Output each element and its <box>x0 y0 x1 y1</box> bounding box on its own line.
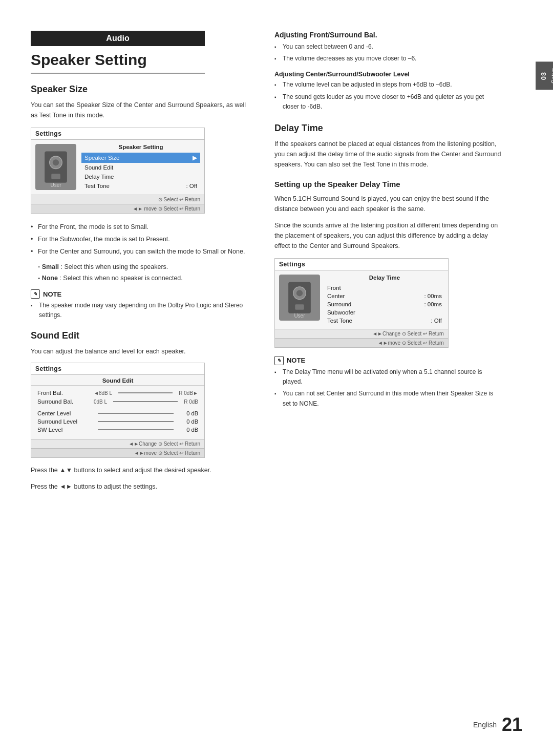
adj-center-item-1: The sound gets louder as you move closer… <box>274 92 502 112</box>
delay-label-subwoofer: Subwoofer <box>327 309 355 316</box>
sound-edit-body: You can adjust the balance and level for… <box>31 346 249 356</box>
svg-rect-7 <box>295 304 304 310</box>
delay-user-label: User <box>279 313 320 319</box>
surround-level-line <box>98 421 174 422</box>
delay-box-inner: User Delay Time Front Center : 00ms <box>275 270 448 329</box>
delay-label-surround: Surround <box>327 301 351 307</box>
surround-level-value: 0 dB <box>178 418 198 425</box>
page-title: Speaker Setting <box>31 51 205 74</box>
delay-box-top-label: Settings <box>275 259 448 270</box>
menu-item-value-0: ▶ <box>193 154 197 161</box>
delay-time-title: Delay Time <box>274 123 502 134</box>
adj-center-title: Adjusting Center/Surround/Subwoofer Leve… <box>274 71 502 78</box>
setup-delay-title: Setting up the Speaker Delay Time <box>274 180 502 188</box>
english-label: English <box>473 721 497 729</box>
surround-bal-slider[interactable] <box>113 401 178 402</box>
note-label-1: NOTE <box>43 290 61 298</box>
svg-point-6 <box>296 290 303 296</box>
menu-item-test-tone[interactable]: Test Tone : Off <box>81 181 200 191</box>
surround-level-label: Surround Level <box>37 418 94 425</box>
front-bal-slider[interactable] <box>118 392 173 393</box>
speaker-setting-inner-title: Speaker Setting <box>81 144 200 150</box>
note-list-1: The speaker mode may vary depending on t… <box>31 301 249 320</box>
center-level-line <box>98 413 174 414</box>
surround-bal-right: R 0dB <box>184 399 198 405</box>
sound-edit-title: Sound Edit <box>31 330 249 341</box>
indent-0: - Small : Select this when using the spe… <box>38 262 249 272</box>
settings-box-top-label: Settings <box>31 128 204 140</box>
delay-value-testtone: : Off <box>431 318 442 324</box>
delay-inner-title: Delay Time <box>325 275 444 281</box>
sound-edit-settings-box: Settings Sound Edit Front Bal. ◄8dB L R … <box>31 363 205 458</box>
note-list-2: The Delay Time menu will be activated on… <box>274 367 502 409</box>
front-bal-row: Front Bal. ◄8dB L R 0dB► <box>37 390 198 396</box>
menu-item-speaker-size[interactable]: Speaker Size ▶ <box>81 153 200 163</box>
delay-menu-items: Delay Time Front Center : 00ms Surround … <box>325 275 444 325</box>
surround-bal-slider-container: 0dB L R 0dB <box>94 399 198 405</box>
adj-front-list: You can select between 0 and -6. The vol… <box>274 42 502 64</box>
adj-center-item-0: The volume level can be adjusted in step… <box>274 80 502 90</box>
center-level-row: Center Level 0 dB <box>37 410 198 416</box>
surround-bal-row: Surround Bal. 0dB L R 0dB <box>37 398 198 405</box>
setup-delay-body-2: Since the sounds arrive at the listening… <box>274 220 502 251</box>
side-tab: 03 Setup <box>536 61 553 90</box>
front-bal-slider-container: ◄8dB L R 0dB► <box>94 390 198 396</box>
delay-label-testtone: Test Tone <box>327 318 352 324</box>
center-level-value: 0 dB <box>178 410 198 416</box>
delay-speaker-icon: User <box>279 275 320 321</box>
sound-edit-inner: Front Bal. ◄8dB L R 0dB► Surround Bal. 0… <box>31 386 204 439</box>
delay-label-front: Front <box>327 285 341 291</box>
adj-front-title: Adjusting Front/Surround Bal. <box>274 31 502 39</box>
front-bal-left: ◄8dB L <box>94 390 112 396</box>
note-item-2-0: The Delay Time menu will be activated on… <box>274 367 502 387</box>
speaker-size-title: Speaker Size <box>31 84 249 95</box>
press-buttons-text-2: Press the ◄► buttons to adjust the setti… <box>31 481 249 492</box>
settings-box-inner: User Speaker Setting Speaker Size ▶ Soun… <box>31 140 204 195</box>
delay-row-center: Center : 00ms <box>325 292 444 300</box>
speaker-settings-box: Settings User Speaker Sett <box>31 128 205 214</box>
note-icon-2: ✎ <box>274 356 284 365</box>
speaker-icon: User <box>35 144 76 190</box>
sound-edit-box-top-label: Settings <box>31 363 204 375</box>
right-column: Adjusting Front/Surround Bal. You can se… <box>264 31 502 725</box>
delay-settings-box: Settings User Delay Time <box>274 258 449 348</box>
left-column: Audio Speaker Setting Speaker Size You c… <box>31 31 264 725</box>
surround-bal-left: 0dB L <box>94 399 107 405</box>
chapter-label: Setup <box>550 68 553 83</box>
indent-items: - Small : Select this when using the spe… <box>38 262 249 283</box>
sw-level-value: 0 dB <box>178 427 198 433</box>
delay-value-center: : 00ms <box>424 293 442 299</box>
delay-row-testtone: Test Tone : Off <box>325 317 444 325</box>
chapter-number: 03 <box>540 71 547 79</box>
settings-footer-2: ◄► move ⊙ Select ↩ Return <box>31 204 204 213</box>
settings-footer-1: ⊙ Select ↩ Return <box>31 195 204 204</box>
bullet-0: For the Front, the mode is set to Small. <box>31 222 249 232</box>
adj-center-list: The volume level can be adjusted in step… <box>274 80 502 112</box>
speaker-size-body: You can set the Speaker Size of the Cent… <box>31 100 249 120</box>
delay-row-surround: Surround : 00ms <box>325 300 444 308</box>
page-number: 21 <box>502 714 522 736</box>
note-item-0: The speaker mode may vary depending on t… <box>31 301 249 320</box>
sound-edit-inner-title: Sound Edit <box>31 375 204 386</box>
menu-item-delay-time[interactable]: Delay Time <box>81 172 200 181</box>
menu-item-value-3: : Off <box>186 183 197 189</box>
delay-row-front: Front <box>325 284 444 292</box>
delay-footer-2: ◄►move ⊙ Select ↩ Return <box>275 338 448 347</box>
adj-front-item-0: You can select between 0 and -6. <box>274 42 502 52</box>
note-box-1: ✎ NOTE The speaker mode may vary dependi… <box>31 289 249 320</box>
delay-time-body: If the speakers cannot be placed at equa… <box>274 139 502 170</box>
menu-item-label-1: Sound Edit <box>84 164 113 171</box>
delay-footer-1: ◄►Change ⊙ Select ↩ Return <box>275 329 448 338</box>
menu-item-sound-edit[interactable]: Sound Edit <box>81 163 200 172</box>
indent-1: - None : Select this when no speaker is … <box>38 273 249 283</box>
speaker-user-label: User <box>35 182 76 188</box>
audio-header: Audio <box>31 31 205 46</box>
note-item-2-1: You can not set Center and Surround in t… <box>274 389 502 408</box>
note-label-2: NOTE <box>287 356 305 364</box>
menu-item-label-2: Delay Time <box>84 174 114 180</box>
menu-item-label-3: Test Tone <box>84 183 110 189</box>
bullet-2: For the Center and Surround, you can swi… <box>31 246 249 257</box>
surround-bal-label: Surround Bal. <box>37 398 94 405</box>
delay-value-surround: : 00ms <box>424 301 442 307</box>
adj-front-item-1: The volume decreases as you move closer … <box>274 54 502 64</box>
